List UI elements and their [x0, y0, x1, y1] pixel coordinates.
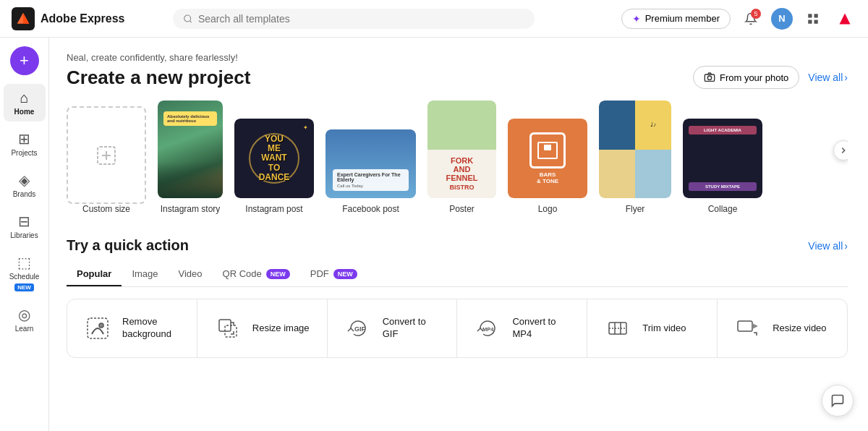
svg-marker-1: [23, 12, 29, 23]
template-card-instagram-post[interactable]: YOUMEWANTTODANCE ✦ Instagram post: [234, 119, 314, 214]
qa-card-convert-gif[interactable]: GIF Convert to GIF: [328, 299, 458, 357]
svg-marker-24: [752, 323, 758, 329]
svg-text:MP4: MP4: [482, 326, 494, 333]
resize-image-icon: [212, 312, 244, 344]
projects-icon: ⊞: [18, 130, 30, 148]
topnav-right: ✦ Premium member 5 N: [621, 7, 856, 30]
instagram-story-thumb: Absolutely delicious and nutritious: [158, 101, 223, 198]
template-label-collage: Collage: [708, 204, 738, 214]
template-card-facebook-post[interactable]: Expert Caregivers For The Elderly Call u…: [326, 129, 416, 214]
qa-card-convert-mp4-label: Convert to MP4: [512, 316, 572, 341]
sidebar-item-libraries[interactable]: ⊟ Libraries: [4, 207, 46, 245]
grid-menu-button[interactable]: [801, 7, 825, 30]
chat-icon: [830, 393, 845, 408]
qa-card-resize-image-label: Resize image: [252, 323, 310, 335]
sidebar-item-brands[interactable]: ◈ Brands: [4, 166, 46, 204]
template-label-custom-size: Custom size: [82, 204, 130, 214]
tab-pdf[interactable]: PDF NEW: [300, 263, 367, 286]
quick-action-section-header: Try a quick action View all ›: [67, 237, 848, 254]
sidebar: + ⌂ Home ⊞ Projects ◈ Brands ⊟ Libraries…: [0, 38, 49, 431]
qa-view-all-label: View all: [808, 240, 843, 252]
sidebar-item-learn[interactable]: ◎ Learn: [4, 300, 46, 338]
template-label-flyer: Flyer: [626, 204, 645, 214]
app-logo[interactable]: Adobe Express: [12, 7, 124, 30]
qa-card-convert-mp4[interactable]: MP4 Convert to MP4: [457, 299, 587, 357]
sidebar-item-schedule-label: Schedule: [9, 273, 40, 281]
quick-action-title: Try a quick action: [67, 237, 189, 254]
next-arrow-button[interactable]: [833, 140, 848, 161]
view-all-quick-actions-link[interactable]: View all ›: [808, 240, 848, 252]
project-section-header: Create a new project From your photo Vie…: [67, 66, 848, 89]
flyer-thumb: ♩♪: [599, 101, 671, 198]
libraries-icon: ⊟: [18, 213, 30, 230]
qa-card-remove-background[interactable]: Remove background: [67, 299, 197, 357]
qr-code-new-badge: NEW: [266, 269, 290, 279]
qa-card-resize-video[interactable]: Resize video: [718, 299, 847, 357]
template-card-logo[interactable]: BARS& TONE Logo: [508, 119, 587, 214]
sidebar-item-home[interactable]: ⌂ Home: [4, 84, 46, 121]
section-title: Create a new project: [67, 67, 250, 89]
sidebar-item-home-label: Home: [14, 108, 35, 116]
svg-rect-4: [814, 14, 817, 17]
tab-image[interactable]: Image: [122, 263, 168, 286]
instagram-post-thumb: YOUMEWANTTODANCE ✦: [234, 119, 314, 198]
qa-card-trim-video-label: Trim video: [642, 323, 686, 335]
template-label-instagram-post: Instagram post: [245, 204, 302, 214]
qa-card-resize-video-label: Resize video: [773, 323, 826, 335]
home-icon: ⌂: [20, 90, 28, 106]
template-card-collage[interactable]: LIGHT ACADEMIA STUDY MIXTAPE Collage: [683, 119, 762, 214]
qa-card-convert-gif-label: Convert to GIF: [383, 316, 443, 341]
tab-video[interactable]: Video: [169, 263, 213, 286]
tab-video-label: Video: [179, 268, 203, 279]
topnav: Adobe Express ✦ Premium member 5 N: [0, 0, 868, 38]
template-label-poster: Poster: [449, 204, 475, 214]
svg-text:GIF: GIF: [354, 325, 366, 333]
template-card-poster[interactable]: FORKANDFENNELBISTRO Poster: [427, 101, 496, 214]
from-photo-label: From your photo: [720, 72, 788, 83]
logo-icon: [12, 7, 35, 30]
view-all-templates-link[interactable]: View all ›: [808, 72, 848, 83]
view-all-templates-label: View all: [808, 72, 843, 83]
custom-size-icon: [92, 141, 121, 170]
svg-point-2: [184, 14, 190, 21]
logo-thumb: BARS& TONE: [508, 119, 587, 198]
sidebar-item-brands-label: Brands: [13, 190, 36, 198]
tab-qr-code[interactable]: QR Code NEW: [213, 263, 300, 286]
svg-rect-23: [738, 321, 752, 331]
avatar[interactable]: N: [771, 8, 793, 30]
app-name: Adobe Express: [41, 12, 124, 25]
adobe-apps-button[interactable]: [833, 7, 856, 30]
tab-popular[interactable]: Popular: [67, 263, 122, 286]
svg-point-9: [707, 76, 711, 80]
template-label-facebook-post: Facebook post: [342, 204, 399, 214]
search-input[interactable]: [198, 13, 524, 25]
main-layout: + ⌂ Home ⊞ Projects ◈ Brands ⊟ Libraries…: [0, 38, 868, 431]
notifications-button[interactable]: 5: [739, 7, 762, 30]
quick-action-tabs: Popular Image Video QR Code NEW PDF NEW: [67, 263, 848, 287]
svg-rect-6: [814, 20, 817, 23]
qa-card-resize-image[interactable]: Resize image: [197, 299, 328, 357]
svg-marker-7: [839, 13, 850, 24]
sidebar-item-libraries-label: Libraries: [10, 231, 38, 239]
premium-button[interactable]: ✦ Premium member: [621, 9, 731, 29]
add-button[interactable]: +: [10, 46, 39, 75]
learn-icon: ◎: [18, 306, 30, 323]
template-card-instagram-story[interactable]: Absolutely delicious and nutritious Inst…: [158, 101, 223, 214]
qa-card-remove-background-label: Remove background: [122, 316, 182, 341]
chat-fab-button[interactable]: [822, 385, 854, 417]
trim-video-icon: [602, 312, 634, 344]
search-bar[interactable]: [173, 9, 535, 29]
tab-qr-code-label: QR Code: [223, 268, 262, 279]
sidebar-item-projects-label: Projects: [11, 149, 37, 157]
qa-card-trim-video[interactable]: Trim video: [587, 299, 718, 357]
from-photo-button[interactable]: From your photo: [693, 66, 799, 89]
convert-gif-icon: GIF: [342, 312, 374, 344]
sidebar-item-projects[interactable]: ⊞ Projects: [4, 124, 46, 163]
section-actions: From your photo View all ›: [693, 66, 848, 89]
template-card-custom-size[interactable]: Custom size: [67, 106, 146, 214]
notification-badge: 5: [751, 9, 761, 19]
template-card-flyer[interactable]: ♩♪ Flyer: [599, 101, 671, 214]
quick-action-cards: Remove background Resize image GIF: [67, 299, 848, 358]
sidebar-item-schedule[interactable]: ⬚ Schedule NEW: [4, 248, 46, 297]
tab-popular-label: Popular: [77, 268, 111, 279]
